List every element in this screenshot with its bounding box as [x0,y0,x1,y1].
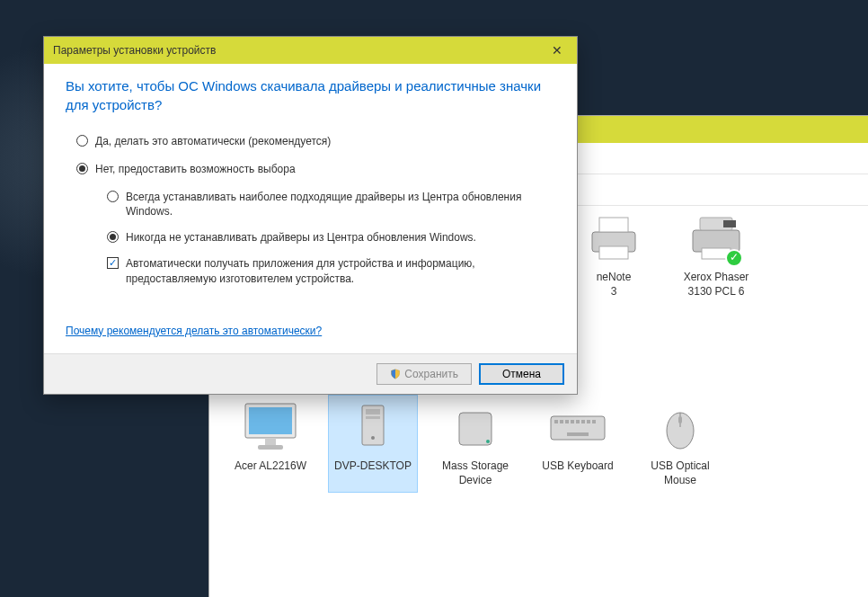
save-button[interactable]: Сохранить [376,363,472,385]
device-keyboard[interactable]: USB Keyboard [533,395,623,493]
device-label: DVP-DESKTOP [334,459,412,474]
default-badge-icon: ✓ [725,249,743,267]
device-acer[interactable]: Acer AL2216W [226,395,315,493]
radio-label: Да, делать это автоматически (рекомендуе… [95,134,331,149]
drive-icon [443,400,508,454]
radio-icon [76,163,88,174]
device-mass-storage[interactable]: Mass Storage Device [430,395,520,493]
device-install-settings-dialog: Параметры установки устройств ✕ Вы хотит… [43,36,578,395]
monitor-icon [238,400,303,454]
radio-label: Нет, предоставить возможность выбора [95,162,296,177]
radio-auto[interactable]: Да, делать это автоматически (рекомендуе… [76,134,555,149]
keyboard-icon [545,400,610,454]
close-icon: ✕ [552,43,562,58]
svg-rect-17 [551,416,605,440]
svg-point-14 [371,436,375,440]
help-link[interactable]: Почему рекомендуется делать это автомати… [66,325,322,337]
svg-rect-5 [723,220,736,227]
shield-icon [390,369,401,379]
checkbox-label: Автоматически получать приложения для ус… [126,256,555,287]
svg-rect-26 [567,432,589,436]
radio-choice[interactable]: Нет, предоставить возможность выбора [76,162,555,177]
svg-rect-20 [565,420,569,423]
radio-icon [107,191,119,202]
svg-rect-18 [554,420,558,423]
device-label: USB Keyboard [542,459,613,474]
dialog-heading: Вы хотите, чтобы ОС Windows скачивала др… [66,76,555,114]
device-xerox[interactable]: ✓ Xerox Phaser 3130 PCL 6 [671,206,761,304]
svg-rect-22 [576,420,580,423]
checkbox-icon: ✓ [107,257,119,269]
svg-rect-13 [366,416,380,419]
svg-rect-24 [587,420,590,423]
svg-rect-23 [581,420,585,423]
device-dvp[interactable]: DVP-DESKTOP [328,395,418,493]
checkbox-auto-apps[interactable]: ✓ Автоматически получать приложения для … [76,256,555,287]
dialog-title: Параметры установки устройств [53,44,216,57]
svg-rect-2 [599,246,628,259]
mouse-icon [648,400,713,454]
svg-rect-29 [678,416,682,423]
device-mouse[interactable]: USB Optical Mouse [635,395,725,493]
svg-rect-10 [258,445,283,450]
device-label: USB Optical Mouse [641,459,720,487]
radio-label: Всегда устанавливать наиболее подходящие… [126,190,555,220]
dialog-titlebar[interactable]: Параметры установки устройств ✕ [44,37,577,64]
printer-icon: ✓ [684,211,748,265]
svg-rect-25 [592,420,596,423]
radio-label: Никогда не устанавливать драйверы из Цен… [126,230,476,245]
close-button[interactable]: ✕ [546,40,568,61]
cancel-button[interactable]: Отмена [479,363,564,385]
svg-rect-19 [560,420,563,423]
dialog-footer: Сохранить Отмена [44,353,577,394]
svg-rect-12 [366,409,380,414]
svg-point-16 [486,440,490,443]
computer-icon [341,400,405,454]
radio-icon [107,231,119,243]
device-onenote[interactable]: neNote 3 [569,206,659,304]
radio-sub-always[interactable]: Всегда устанавливать наиболее подходящие… [76,190,555,220]
svg-rect-8 [249,407,292,434]
device-label: neNote 3 [597,271,632,298]
device-label: Xerox Phaser 3130 PCL 6 [677,271,756,298]
printer-icon [581,211,646,265]
radio-sub-never[interactable]: Никогда не устанавливать драйверы из Цен… [76,230,555,245]
svg-rect-21 [571,420,574,423]
device-label: Acer AL2216W [235,459,306,474]
svg-rect-1 [599,218,628,232]
radio-icon [76,135,88,147]
svg-rect-9 [265,438,276,445]
device-label: Mass Storage Device [436,459,515,487]
